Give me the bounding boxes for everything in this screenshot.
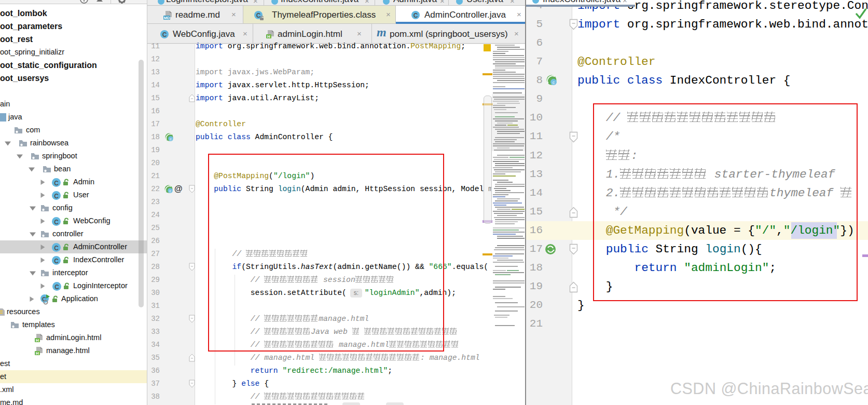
svg-text:c: c	[553, 80, 555, 85]
